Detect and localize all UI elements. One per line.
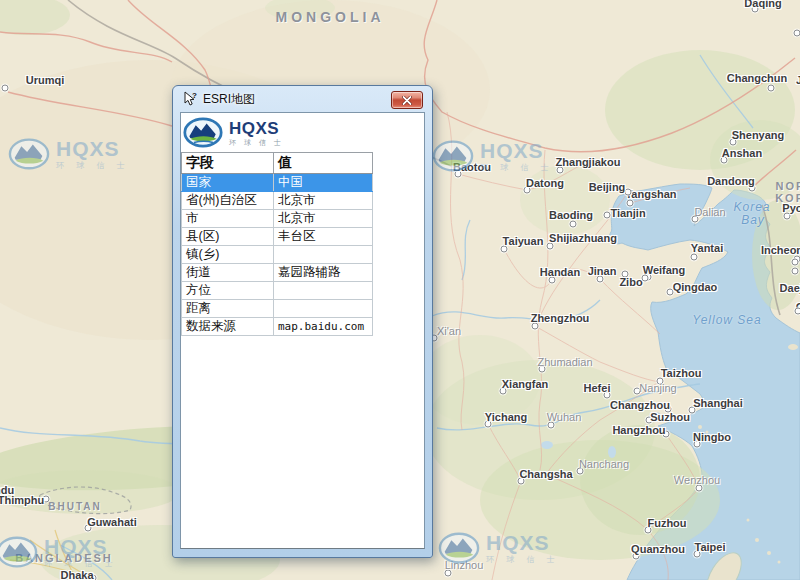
value-cell (274, 246, 373, 264)
map-label-beijing: Beijing (589, 181, 626, 193)
map-label-fuzhou: Fuzhou (647, 517, 686, 529)
city-marker (694, 441, 701, 448)
city-marker (646, 417, 653, 424)
table-row-province[interactable]: 省(州)自治区 北京市 (182, 192, 373, 210)
table-row-distance[interactable]: 距离 (182, 300, 373, 318)
city-marker (43, 496, 50, 503)
field-cell: 数据来源 (182, 318, 274, 336)
table-row-city[interactable]: 市 北京市 (182, 210, 373, 228)
city-marker (749, 185, 756, 192)
city-marker (642, 275, 649, 282)
map-label-tangshan: Tangshan (625, 188, 676, 200)
value-cell: 嘉园路辅路 (274, 264, 373, 282)
city-marker (667, 289, 674, 296)
city-marker (500, 388, 507, 395)
field-cell: 省(州)自治区 (182, 192, 274, 210)
city-marker (645, 527, 652, 534)
city-marker (547, 243, 554, 250)
city-marker (604, 212, 611, 219)
city-marker (730, 139, 737, 146)
city-marker (90, 575, 97, 580)
map-region-label-bangladesh: BANGLADESH (15, 552, 113, 564)
esri-map-dialog: ? ESRI地图 HQXS 环 球 信 士 字段 (172, 85, 433, 558)
map-label-shijiazhuang: Shijiazhuang (549, 232, 617, 244)
dialog-logo: HQXS 环 球 信 士 (181, 113, 424, 151)
column-header-value: 值 (274, 153, 373, 174)
map-label-dandong: Dandong (707, 175, 755, 187)
city-marker (692, 216, 699, 223)
map-label-quanzhou: Quanzhou (631, 543, 685, 555)
logo-subtext: 环 球 信 士 (229, 139, 284, 146)
city-marker (691, 254, 698, 261)
table-header-row: 字段 值 (182, 153, 373, 174)
map-label-zhengzhou: Zhengzhou (531, 312, 590, 324)
map-water-label-bay: Bay (741, 213, 765, 227)
table-row-town[interactable]: 镇(乡) (182, 246, 373, 264)
field-cell: 方位 (182, 282, 274, 300)
value-cell (274, 282, 373, 300)
dialog-content: HQXS 环 球 信 士 字段 值 国家 中国 省(州)自治区 北京市 市 北京… (180, 112, 425, 549)
city-marker (795, 308, 800, 315)
map-label-jilin: Jilin (796, 74, 800, 86)
map-label-baoding: Baoding (549, 209, 593, 221)
city-marker (532, 323, 539, 330)
map-label-shanghai: Shanghai (693, 397, 743, 409)
map-label-hangzhou: Hangzhou (612, 424, 665, 436)
map-label-xi-an: Xi'an (437, 325, 461, 337)
city-marker (627, 200, 634, 207)
dialog-titlebar[interactable]: ? ESRI地图 (180, 86, 425, 112)
city-marker (597, 276, 604, 283)
map-label-taiyuan: Taiyuan (503, 235, 544, 247)
value-cell: 北京市 (274, 192, 373, 210)
city-marker (721, 157, 728, 164)
map-label-yantai: Yantai (691, 242, 723, 254)
city-marker (524, 187, 531, 194)
table-row-country[interactable]: 国家 中国 (182, 174, 373, 192)
table-row-district[interactable]: 县(区) 丰台区 (182, 228, 373, 246)
map-label-datong: Datong (526, 177, 564, 189)
city-marker (696, 485, 703, 492)
city-marker (485, 421, 492, 428)
map-label-linzhou: Linzhou (445, 559, 484, 571)
map-label-tianjin: Tianjin (610, 207, 645, 219)
logo-text: HQXS (229, 120, 284, 137)
map-label-daqing: Daqing (744, 0, 781, 9)
table-row-direction[interactable]: 方位 (182, 282, 373, 300)
city-marker (570, 221, 577, 228)
city-marker (2, 85, 9, 92)
city-marker (622, 271, 629, 278)
city-marker (792, 259, 799, 266)
city-marker (689, 407, 696, 414)
map-label-zibo: Zibo (619, 276, 642, 288)
map-label-qingdao: Qingdao (673, 281, 718, 293)
city-marker (549, 277, 556, 284)
column-header-field: 字段 (182, 153, 274, 174)
city-marker (577, 468, 584, 475)
close-button[interactable] (391, 91, 423, 109)
map-water-label-yellow-sea: Yellow Sea (692, 313, 761, 327)
map-region-label-bhutan: BHUTAN (48, 501, 101, 512)
city-marker (665, 406, 672, 413)
map-label-daejeon: Daejeon (780, 282, 800, 294)
city-marker (784, 213, 791, 220)
city-marker (518, 478, 525, 485)
city-marker (501, 246, 508, 253)
city-marker (752, 6, 759, 13)
table-row-datasource[interactable]: 数据来源 map.baidu.com (182, 318, 373, 336)
attribute-table: 字段 值 国家 中国 省(州)自治区 北京市 市 北京市 县(区) 丰台区 镇(… (181, 152, 373, 336)
map-label-xiangfan: Xiangfan (502, 378, 548, 390)
table-row-street[interactable]: 街道 嘉园路辅路 (182, 264, 373, 282)
city-marker (694, 551, 701, 558)
city-marker (85, 525, 92, 532)
field-cell: 街道 (182, 264, 274, 282)
value-cell: 中国 (274, 174, 373, 192)
city-marker (557, 167, 564, 174)
map-region-label-mongolia: MONGOLIA (276, 9, 385, 25)
map-label-thimphu: Thimphu (0, 494, 44, 506)
field-cell: 县(区) (182, 228, 274, 246)
map-label-shenyang: Shenyang (732, 129, 785, 141)
map-label-changsha: Changsha (519, 468, 572, 480)
map-label-changzhou: Changzhou (610, 399, 670, 411)
city-marker (604, 392, 611, 399)
close-icon (402, 96, 412, 105)
